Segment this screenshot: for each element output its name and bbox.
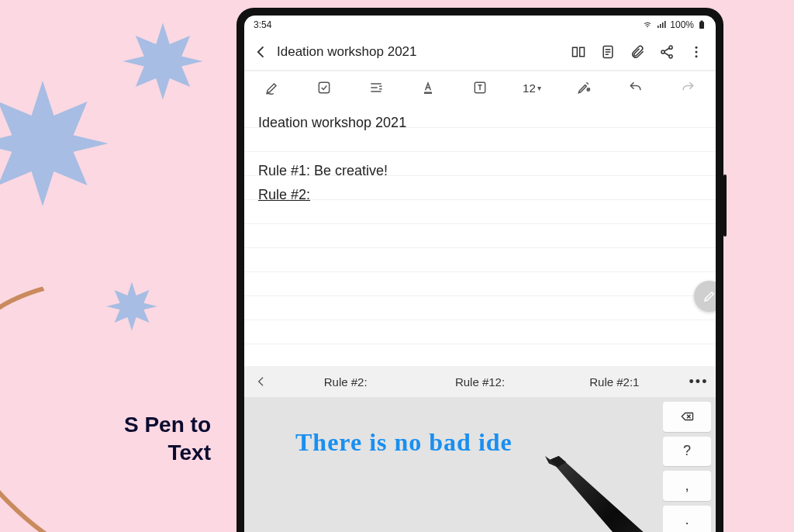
- feature-title-line: Text: [168, 440, 212, 465]
- decor-star-icon: [120, 19, 205, 104]
- battery-icon: [697, 20, 706, 29]
- svg-rect-8: [701, 21, 703, 22]
- undo-button[interactable]: [610, 72, 661, 103]
- svg-rect-21: [319, 82, 330, 92]
- edit-fab[interactable]: [694, 281, 716, 312]
- font-size-tool[interactable]: 12▾: [506, 72, 557, 103]
- redo-button[interactable]: [662, 72, 713, 103]
- svg-rect-5: [662, 22, 664, 28]
- text-style-tool[interactable]: [351, 72, 402, 103]
- punct-key-comma[interactable]: ,: [663, 471, 711, 501]
- pen-settings-tool[interactable]: [558, 72, 609, 103]
- svg-point-19: [696, 51, 698, 54]
- decor-star-icon: [0, 74, 112, 213]
- font-color-tool[interactable]: [403, 72, 454, 103]
- device-frame: 3:54 100% Ideation workshop 2021: [236, 8, 723, 532]
- reading-mode-button[interactable]: [564, 37, 593, 67]
- signal-icon: [656, 20, 667, 29]
- decor-star-icon: [105, 279, 159, 333]
- status-battery-pct: 100%: [670, 19, 694, 30]
- power-button: [723, 174, 727, 237]
- suggestion-bar: Rule #2: Rule #12: Rule #2:1 •••: [244, 366, 716, 397]
- status-time: 3:54: [254, 19, 271, 30]
- suggestion-item[interactable]: Rule #2:1: [547, 375, 682, 389]
- svg-marker-2: [106, 282, 157, 331]
- suggestion-item[interactable]: Rule #2:: [278, 375, 413, 389]
- page-template-button[interactable]: [593, 37, 623, 67]
- font-size-value: 12: [523, 81, 536, 95]
- svg-line-17: [665, 53, 670, 56]
- title-bar: Ideation workshop 2021: [244, 34, 716, 70]
- feature-title-line: S Pen to: [124, 413, 211, 437]
- handwriting-canvas[interactable]: There is no bad ide: [244, 397, 663, 532]
- svg-marker-32: [550, 456, 566, 467]
- punct-key-period[interactable]: .: [663, 506, 711, 533]
- back-button[interactable]: [247, 38, 275, 66]
- svg-marker-33: [545, 456, 558, 467]
- svg-rect-6: [665, 21, 666, 28]
- handwriting-panel: There is no bad ide ? ,: [244, 397, 716, 532]
- svg-rect-7: [699, 22, 704, 29]
- feature-title: S Pen to Text: [87, 411, 211, 468]
- svg-rect-4: [660, 24, 661, 28]
- svg-point-18: [696, 47, 698, 49]
- handwriting-text: There is no bad ide: [295, 428, 513, 457]
- note-title[interactable]: Ideation workshop 2021: [277, 44, 417, 60]
- wifi-icon: [642, 20, 653, 29]
- note-line: [258, 135, 702, 159]
- s-pen-icon: [537, 456, 677, 532]
- chevron-down-icon: ▾: [537, 84, 541, 92]
- share-button[interactable]: [652, 37, 682, 67]
- backspace-key[interactable]: [663, 402, 711, 432]
- note-line: Rule #1: Be creative!: [258, 159, 702, 183]
- suggestion-item[interactable]: Rule #12:: [413, 375, 547, 389]
- screen: 3:54 100% Ideation workshop 2021: [244, 16, 716, 532]
- svg-line-16: [665, 48, 670, 51]
- overflow-menu-button[interactable]: [682, 37, 711, 67]
- attach-button[interactable]: [623, 37, 652, 67]
- note-line: Ideation workshop 2021: [258, 111, 702, 135]
- handwriting-tool[interactable]: [247, 72, 298, 103]
- note-canvas[interactable]: Ideation workshop 2021Rule #1: Be creati…: [244, 104, 716, 366]
- status-bar: 3:54 100%: [244, 16, 716, 34]
- svg-point-20: [696, 55, 698, 57]
- format-toolbar: 12▾: [244, 70, 716, 104]
- suggestion-more-button[interactable]: •••: [682, 366, 716, 397]
- punct-key-question[interactable]: ?: [663, 437, 711, 467]
- suggestion-back-button[interactable]: [244, 366, 278, 397]
- svg-marker-0: [123, 23, 202, 100]
- svg-marker-1: [0, 81, 109, 206]
- svg-marker-31: [550, 456, 669, 532]
- text-format-tool[interactable]: [455, 72, 506, 103]
- checklist-tool[interactable]: [299, 72, 350, 103]
- note-line: Rule #2:: [258, 183, 702, 207]
- side-key-column: ? , .: [663, 397, 716, 532]
- svg-rect-3: [658, 26, 659, 28]
